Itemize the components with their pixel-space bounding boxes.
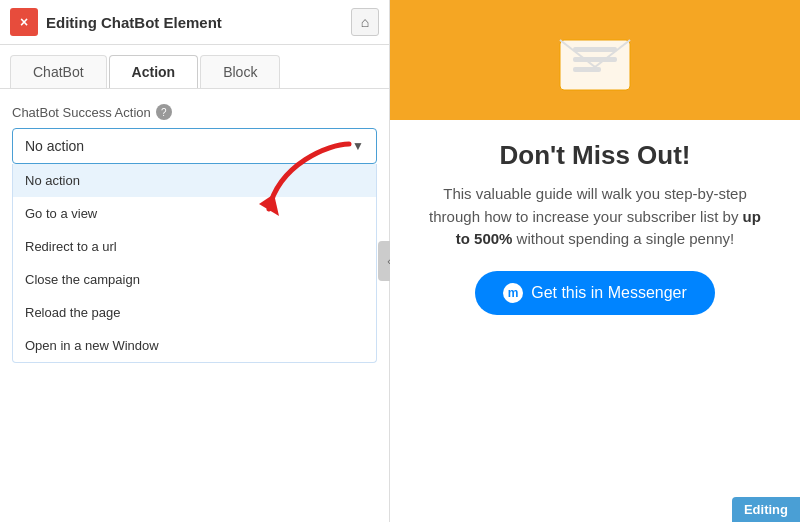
tab-block[interactable]: Block	[200, 55, 280, 88]
right-panel: Don't Miss Out! This valuable guide will…	[390, 0, 800, 522]
dropdown-item-reload-page[interactable]: Reload the page	[13, 296, 376, 329]
dropdown-item-open-new-window[interactable]: Open in a new Window	[13, 329, 376, 362]
dropdown-item-redirect-url[interactable]: Redirect to a url	[13, 230, 376, 263]
close-button[interactable]: ×	[10, 8, 38, 36]
field-label: ChatBot Success Action ?	[12, 104, 377, 120]
dropdown-list: No action Go to a view Redirect to a url…	[12, 164, 377, 363]
messenger-cta-button[interactable]: m Get this in Messenger	[475, 271, 715, 315]
messenger-logo-icon: m	[503, 283, 523, 303]
messenger-cta-label: Get this in Messenger	[531, 284, 687, 302]
envelope-icon	[555, 25, 635, 95]
promo-text-before: This valuable guide will walk you step-b…	[429, 185, 747, 225]
dropdown-select[interactable]: No action ▼	[12, 128, 377, 164]
promo-text: This valuable guide will walk you step-b…	[420, 183, 770, 251]
dropdown-container: No action ▼ No action Go to a view Redir…	[12, 128, 377, 363]
home-button[interactable]: ⌂	[351, 8, 379, 36]
dropdown-selected-value: No action	[25, 138, 84, 154]
svg-rect-5	[573, 47, 617, 52]
svg-rect-6	[573, 57, 617, 62]
promo-content: Don't Miss Out! This valuable guide will…	[390, 120, 800, 522]
svg-rect-7	[573, 67, 601, 72]
home-icon: ⌂	[361, 14, 369, 30]
dropdown-item-no-action[interactable]: No action	[13, 164, 376, 197]
editing-badge: Editing	[732, 497, 800, 522]
tabs-container: ChatBot Action Block	[0, 55, 389, 89]
dropdown-item-goto-view[interactable]: Go to a view	[13, 197, 376, 230]
panel-title: Editing ChatBot Element	[46, 14, 343, 31]
chevron-down-icon: ▼	[352, 139, 364, 153]
promo-header	[390, 0, 800, 120]
panel-header: × Editing ChatBot Element ⌂	[0, 0, 389, 45]
tab-chatbot[interactable]: ChatBot	[10, 55, 107, 88]
tab-action[interactable]: Action	[109, 55, 199, 88]
help-icon[interactable]: ?	[156, 104, 172, 120]
left-panel: × Editing ChatBot Element ⌂ ChatBot Acti…	[0, 0, 390, 522]
panel-content: ChatBot Success Action ? No action ▼ No …	[0, 89, 389, 522]
promo-title: Don't Miss Out!	[420, 140, 770, 171]
dropdown-item-close-campaign[interactable]: Close the campaign	[13, 263, 376, 296]
promo-text-after: without spending a single penny!	[512, 230, 734, 247]
